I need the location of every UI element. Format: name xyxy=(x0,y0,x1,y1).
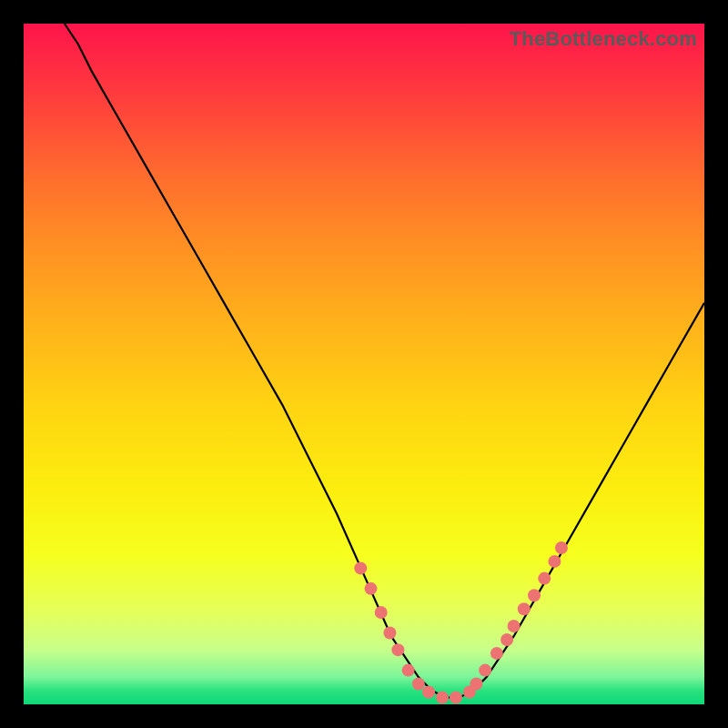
marker-dot xyxy=(479,664,491,677)
marker-dot xyxy=(364,582,377,595)
marker-dot xyxy=(548,555,561,568)
marker-dot xyxy=(375,606,388,619)
marker-dot xyxy=(354,561,367,574)
marker-dot xyxy=(470,678,482,691)
plot-area: TheBottleneck.com xyxy=(24,24,704,704)
marker-dot xyxy=(538,572,551,585)
chart-svg xyxy=(24,24,704,704)
marker-dot xyxy=(528,589,541,602)
marker-dot xyxy=(402,664,415,677)
marker-dot xyxy=(422,686,435,699)
marker-dot xyxy=(450,692,462,704)
marker-dot xyxy=(490,647,503,660)
marker-dot xyxy=(436,692,449,704)
marker-dot xyxy=(518,602,531,615)
marker-dot xyxy=(412,678,425,691)
marker-dot xyxy=(391,643,404,656)
marker-dot xyxy=(500,633,513,646)
curve-line xyxy=(65,24,704,698)
marker-dot xyxy=(555,541,568,554)
marker-dot xyxy=(508,620,521,632)
marker-dot xyxy=(383,626,396,639)
